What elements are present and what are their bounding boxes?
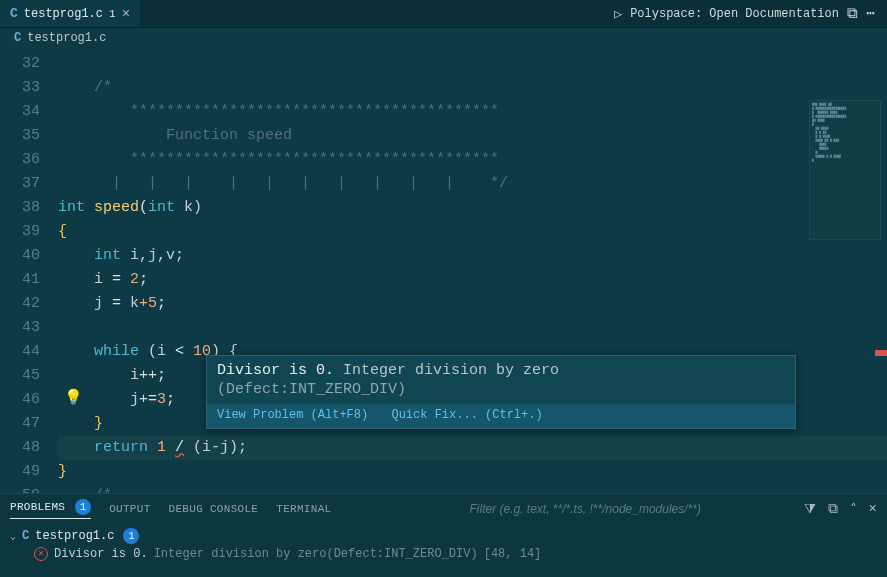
problems-count-badge: 1 [75, 499, 91, 515]
breadcrumb-file: testprog1.c [27, 31, 106, 45]
tab-dirty-indicator: 1 [109, 8, 116, 20]
bottom-panel: PROBLEMS 1 OUTPUT DEBUG CONSOLE TERMINAL… [0, 493, 887, 577]
lightbulb-icon[interactable]: 💡 [64, 388, 83, 407]
code-line: i = 2; [58, 268, 887, 292]
panel-tabs: PROBLEMS 1 OUTPUT DEBUG CONSOLE TERMINAL… [0, 494, 887, 524]
code-line: /* [58, 76, 887, 100]
more-icon[interactable]: ⋯ [866, 4, 875, 23]
c-lang-icon: C [14, 31, 21, 45]
editor-tab[interactable]: C testprog1.c 1 × [0, 0, 140, 27]
hover-title: Divisor is 0. [217, 362, 334, 379]
code-line: /* [58, 484, 887, 493]
hover-widget: Divisor is 0. Integer division by zero (… [206, 355, 796, 429]
view-problem-action[interactable]: View Problem (Alt+F8) [217, 408, 368, 422]
play-icon[interactable]: ▷ [614, 6, 622, 22]
tab-debug-console[interactable]: DEBUG CONSOLE [169, 503, 259, 515]
problems-filter[interactable] [469, 502, 729, 516]
code-line: | | | | | | | | | | */ [58, 172, 887, 196]
file-count-badge: 1 [123, 528, 139, 544]
code-line: { [58, 220, 887, 244]
line-number: 39 [0, 220, 40, 244]
hover-detail: Integer division by zero [334, 362, 559, 379]
run-label[interactable]: Polyspace: Open Documentation [630, 7, 839, 21]
line-number: 33 [0, 76, 40, 100]
line-number: 46 [0, 388, 40, 412]
minimap[interactable]: ███ ████ ███ ██████████████████ ██████ █… [809, 100, 881, 240]
chevron-down-icon: ⌄ [10, 530, 16, 542]
code-line: ****************************************… [58, 148, 887, 172]
problems-body: ⌄ C testprog1.c 1 ✕ Divisor is 0. Intege… [0, 524, 887, 565]
hover-message: Divisor is 0. Integer division by zero [207, 356, 795, 381]
line-number: 40 [0, 244, 40, 268]
line-number-gutter: 32 33 34 35 36 37 38 39 40 41 42 43 44 4… [0, 48, 58, 493]
code-line [58, 52, 887, 76]
line-number: 47 [0, 412, 40, 436]
problem-location: [48, 14] [484, 547, 542, 561]
close-panel-icon[interactable]: × [869, 501, 877, 518]
line-number: 44 [0, 340, 40, 364]
c-lang-icon: C [10, 6, 18, 21]
line-number: 32 [0, 52, 40, 76]
scrollbar-error-marker[interactable] [875, 350, 887, 356]
line-number: 37 [0, 172, 40, 196]
code-line: Function speed [58, 124, 887, 148]
line-number: 36 [0, 148, 40, 172]
line-number: 41 [0, 268, 40, 292]
collapse-icon[interactable]: ˄ [850, 501, 857, 518]
title-actions: ▷ Polyspace: Open Documentation ⧉ ⋯ [614, 4, 887, 23]
problem-item[interactable]: ✕ Divisor is 0. Integer division by zero… [10, 544, 877, 561]
line-number: 43 [0, 316, 40, 340]
code-line: int i,j,v; [58, 244, 887, 268]
line-number: 34 [0, 100, 40, 124]
tab-bar: C testprog1.c 1 × ▷ Polyspace: Open Docu… [0, 0, 887, 28]
line-number: 50 [0, 484, 40, 493]
line-number: 42 [0, 292, 40, 316]
code-line: j = k+5; [58, 292, 887, 316]
hover-actions: View Problem (Alt+F8) Quick Fix... (Ctrl… [207, 404, 795, 428]
tab-title: testprog1.c [24, 7, 103, 21]
problem-description: Integer division by zero(Defect:INT_ZERO… [154, 547, 478, 561]
c-lang-icon: C [22, 529, 29, 543]
close-icon[interactable]: × [122, 7, 130, 21]
tab-problems[interactable]: PROBLEMS 1 [10, 499, 91, 519]
breadcrumb[interactable]: C testprog1.c [0, 28, 887, 48]
problem-file-group[interactable]: ⌄ C testprog1.c 1 [10, 528, 877, 544]
line-number: 38 [0, 196, 40, 220]
problem-title: Divisor is 0. [54, 547, 148, 561]
filter-input[interactable] [469, 502, 729, 516]
error-icon: ✕ [34, 547, 48, 561]
code-line: } [58, 460, 887, 484]
tab-terminal[interactable]: TERMINAL [276, 503, 331, 515]
line-number: 48 [0, 436, 40, 460]
problem-file-name: testprog1.c [35, 529, 114, 543]
filter-icon[interactable]: ⧩ [804, 501, 816, 518]
code-line [58, 316, 887, 340]
split-editor-icon[interactable]: ⧉ [847, 5, 858, 23]
line-number: 49 [0, 460, 40, 484]
code-line: ****************************************… [58, 100, 887, 124]
line-number: 45 [0, 364, 40, 388]
code-line: return 1 / (i-j); [58, 436, 887, 460]
quick-fix-action[interactable]: Quick Fix... (Ctrl+.) [391, 408, 542, 422]
line-number: 35 [0, 124, 40, 148]
hover-defect-code: (Defect:INT_ZERO_DIV) [207, 381, 795, 404]
clear-icon[interactable]: ⧉ [828, 501, 838, 518]
code-line: int speed(int k) [58, 196, 887, 220]
tab-output[interactable]: OUTPUT [109, 503, 150, 515]
